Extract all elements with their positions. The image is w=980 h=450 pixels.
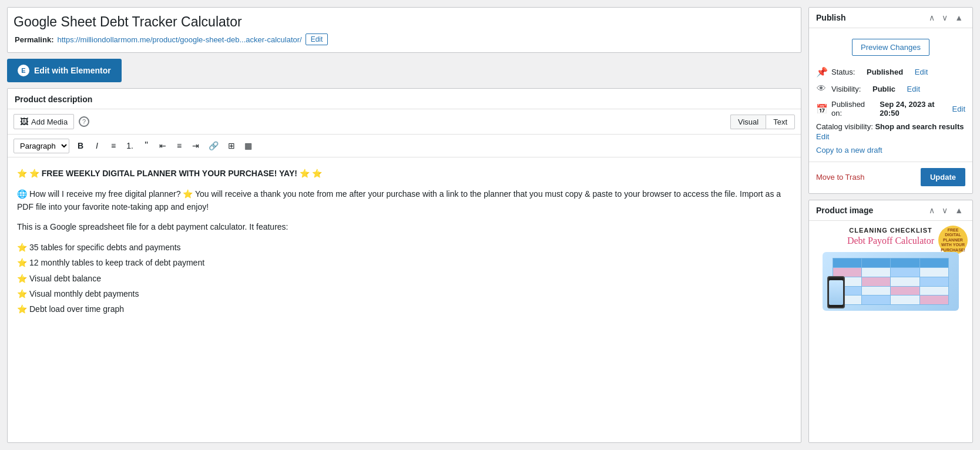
- align-left-button[interactable]: ⇤: [155, 139, 170, 153]
- tab-visual[interactable]: Visual: [730, 115, 766, 129]
- publish-box-header: Publish ∧ ∨ ▲: [809, 8, 972, 28]
- cell-p1: [833, 268, 861, 277]
- catalog-visibility-edit-link[interactable]: Edit: [816, 132, 965, 141]
- update-button[interactable]: Update: [921, 168, 965, 186]
- editor-content-area[interactable]: ⭐ ⭐ FREE WEEKLY DIGITAL PLANNER WITH YOU…: [8, 157, 801, 442]
- visibility-edit-link[interactable]: Edit: [907, 85, 920, 93]
- visibility-value: Public: [872, 85, 895, 93]
- catalog-visibility-section: Catalog visibility: Shop and search resu…: [809, 122, 972, 143]
- edit-with-elementor-button[interactable]: E Edit with Elementor: [7, 59, 122, 82]
- link-button[interactable]: 🔗: [204, 139, 223, 153]
- align-center-button[interactable]: ≡: [172, 139, 187, 153]
- editor-toolbar-left: 🖼 Add Media ?: [14, 114, 89, 129]
- paragraph-format-select[interactable]: Paragraph Heading 1 Heading 2 Heading 3: [14, 139, 69, 153]
- img-collapse-toggle-button[interactable]: ▲: [952, 205, 965, 216]
- catalog-visibility-value: Shop and search results: [875, 122, 964, 131]
- globe-emoji: 🌐: [17, 189, 27, 199]
- product-image-header: Product image ∧ ∨ ▲: [809, 200, 972, 221]
- unordered-list-button[interactable]: ≡: [106, 139, 121, 153]
- permalink-label: Permalink:: [15, 35, 53, 44]
- status-label: Status:: [831, 68, 855, 76]
- add-media-button[interactable]: 🖼 Add Media: [14, 114, 74, 129]
- cell-8: [891, 295, 919, 304]
- bullet-item-2: ⭐ 12 monthly tables to keep track of deb…: [17, 256, 791, 269]
- title-card: Permalink: https://milliondollarmom.me/p…: [7, 7, 801, 53]
- phone-screen: [829, 280, 843, 305]
- bullet-star-5: ⭐: [17, 303, 27, 315]
- post-title-input[interactable]: [14, 12, 795, 31]
- product-image-content[interactable]: CLEANING CHECKLIST Debt Payoff Calculato…: [809, 221, 972, 442]
- cell-p4: [920, 295, 948, 304]
- collapse-down-button[interactable]: ∨: [939, 12, 950, 23]
- bullet-text-3: Visual debt balance: [29, 272, 101, 285]
- img-collapse-up-button[interactable]: ∧: [927, 205, 937, 216]
- bullet-star-1: ⭐: [17, 241, 27, 254]
- bullet-text-5: Debt load over time graph: [29, 303, 124, 315]
- img-collapse-down-button[interactable]: ∨: [939, 205, 950, 216]
- publish-box: Publish ∧ ∨ ▲ Preview Changes 📌 Status: …: [808, 7, 973, 194]
- catalog-visibility-label: Catalog visibility:: [816, 122, 873, 131]
- cell-b4: [862, 295, 890, 304]
- edit-permalink-button[interactable]: Edit: [306, 33, 328, 45]
- visibility-row: 👁 Visibility: Public Edit: [816, 83, 965, 94]
- bullet-item-3: ⭐ Visual debt balance: [17, 272, 791, 285]
- format-toolbar: Paragraph Heading 1 Heading 2 Heading 3 …: [8, 135, 801, 157]
- published-on-label: Published on:: [831, 100, 868, 117]
- editor-toolbar-top: 🖼 Add Media ? Visual Text: [8, 109, 801, 135]
- help-icon[interactable]: ?: [79, 116, 89, 127]
- publish-header-controls: ∧ ∨ ▲: [927, 12, 965, 23]
- preview-changes-button[interactable]: Preview Changes: [852, 39, 929, 56]
- cell-b2: [920, 277, 948, 286]
- publish-meta: 📌 Status: Published Edit 👁 Visibility: P…: [809, 62, 972, 122]
- visibility-icon: 👁: [816, 83, 827, 94]
- bullet-text-2: 12 monthly tables to keep track of debt …: [29, 256, 204, 269]
- grid-button[interactable]: ▦: [240, 139, 256, 153]
- add-media-label: Add Media: [31, 117, 68, 126]
- product-image-header-controls: ∧ ∨ ▲: [927, 205, 965, 216]
- bullet-text-4: Visual monthly debt payments: [29, 287, 139, 300]
- ordered-list-button[interactable]: 1.: [122, 139, 137, 153]
- sidebar-column: Publish ∧ ∨ ▲ Preview Changes 📌 Status: …: [808, 7, 973, 443]
- cell-b1: [891, 268, 919, 277]
- elementor-btn-container: E Edit with Elementor: [7, 59, 801, 82]
- status-row: 📌 Status: Published Edit: [816, 66, 965, 78]
- status-icon: 📌: [816, 66, 827, 78]
- bullet-item-4: ⭐ Visual monthly debt payments: [17, 287, 791, 300]
- collapse-up-button[interactable]: ∧: [927, 12, 937, 23]
- align-right-button[interactable]: ⇥: [188, 139, 203, 153]
- permalink-link[interactable]: https://milliondollarmom.me/product/goog…: [57, 35, 301, 44]
- content-line-3: This is a Google spreadsheet file for a …: [17, 220, 791, 233]
- cell-h1: [833, 258, 861, 267]
- main-column: Permalink: https://milliondollarmom.me/p…: [7, 7, 801, 443]
- cell-h4: [920, 258, 948, 267]
- published-on-edit-link[interactable]: Edit: [952, 105, 965, 113]
- publish-link-actions: Copy to a new draft: [809, 143, 972, 159]
- status-edit-link[interactable]: Edit: [915, 68, 928, 76]
- blockquote-button[interactable]: ": [139, 138, 154, 153]
- publish-header-label: Publish: [816, 13, 846, 22]
- bold-button[interactable]: B: [73, 139, 88, 153]
- product-description-card: Product description 🖼 Add Media ? Visual…: [7, 88, 801, 443]
- move-to-trash-link[interactable]: Move to Trash: [816, 173, 864, 182]
- product-image-box: Product image ∧ ∨ ▲ CLEANING CHECKLIST D…: [808, 200, 973, 443]
- product-image-display: CLEANING CHECKLIST Debt Payoff Calculato…: [809, 221, 972, 338]
- cell-5: [862, 287, 890, 295]
- tab-text[interactable]: Text: [766, 115, 795, 129]
- star-icon-2: ⭐: [29, 169, 39, 178]
- checklist-title: CLEANING CHECKLIST: [849, 227, 932, 234]
- content-line-2: 🌐 How will I receive my free digital pla…: [17, 187, 791, 214]
- table-button[interactable]: ⊞: [224, 139, 239, 153]
- cell-h2: [862, 258, 890, 267]
- spreadsheet-visual: [833, 258, 948, 305]
- copy-to-draft-link[interactable]: Copy to a new draft: [816, 146, 965, 155]
- bullet-item-1: ⭐ 35 tables for specific debts and payme…: [17, 241, 791, 254]
- elementor-btn-label: Edit with Elementor: [34, 66, 111, 75]
- italic-button[interactable]: I: [89, 139, 105, 153]
- collapse-toggle-button[interactable]: ▲: [952, 12, 965, 23]
- view-tabs: Visual Text: [730, 115, 795, 129]
- phone-mockup: [827, 276, 845, 308]
- bullet-item-5: ⭐ Debt load over time graph: [17, 303, 791, 315]
- cell-h3: [891, 258, 919, 267]
- cell-6: [920, 287, 948, 295]
- content-line-1: ⭐ ⭐ FREE WEEKLY DIGITAL PLANNER WITH YOU…: [17, 167, 791, 180]
